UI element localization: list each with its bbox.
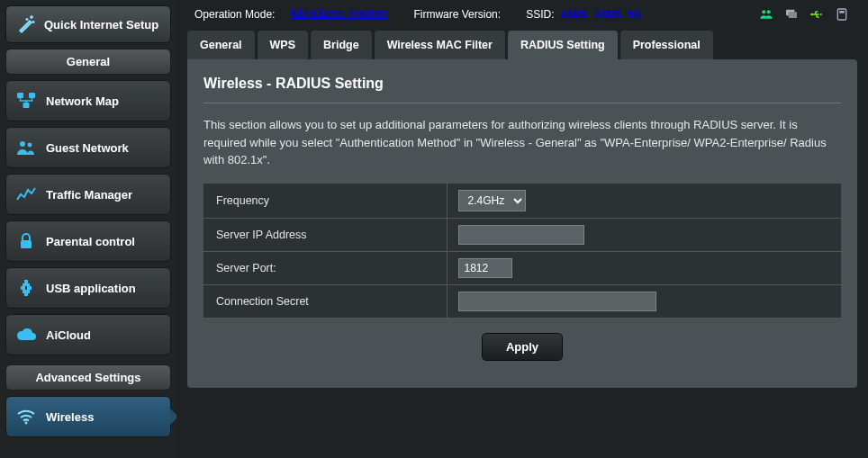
sidebar-item-label: Wireless [46, 410, 94, 424]
row-server-ip: Server IP Address [203, 218, 841, 251]
svg-rect-0 [17, 93, 23, 98]
tab-professional[interactable]: Professional [620, 31, 713, 59]
device-icon[interactable] [834, 7, 850, 22]
tab-wps[interactable]: WPS [258, 31, 308, 59]
server-ip-input[interactable] [458, 225, 584, 245]
aicloud-icon [15, 324, 37, 346]
qis-label: Quick Internet Setup [44, 18, 158, 31]
parental-control-icon [15, 230, 37, 252]
svg-rect-13 [839, 11, 844, 13]
tab-general[interactable]: General [187, 31, 255, 59]
tab-radius-setting[interactable]: RADIUS Setting [508, 31, 618, 59]
sidebar-item-network-map[interactable]: Network Map [5, 80, 171, 121]
traffic-manager-icon [15, 184, 37, 205]
radius-form-table: Frequency 2.4GHz Server IP Address Serve… [203, 184, 841, 319]
svg-rect-12 [837, 9, 845, 20]
apply-button[interactable]: Apply [482, 333, 563, 361]
connection-secret-input[interactable] [458, 292, 656, 311]
network-map-icon [15, 90, 37, 112]
svg-rect-1 [29, 93, 35, 98]
wireless-tabs: General WPS Bridge Wireless MAC Filter R… [187, 31, 857, 59]
svg-rect-5 [21, 240, 32, 248]
frequency-select[interactable]: 2.4GHz [458, 190, 526, 211]
tab-bridge[interactable]: Bridge [311, 31, 372, 59]
connection-secret-label: Connection Secret [203, 284, 447, 318]
op-mode-value[interactable]: Wireless router [291, 8, 388, 21]
usb-icon[interactable] [809, 7, 825, 22]
ssid-label: SSID: [526, 8, 554, 21]
server-port-input[interactable] [458, 258, 512, 278]
guest-network-icon [15, 137, 37, 158]
server-port-label: Server Port: [203, 251, 447, 284]
general-section-header: General [5, 49, 171, 75]
quick-internet-setup-button[interactable]: Quick Internet Setup [5, 5, 171, 43]
fw-label: Firmware Version: [413, 8, 501, 21]
main-content: Operation Mode: Wireless router Firmware… [176, 0, 868, 458]
svg-point-8 [767, 10, 771, 13]
usb-application-icon [15, 277, 37, 299]
svg-rect-10 [789, 12, 797, 18]
ssid-1[interactable]: ASUS [561, 9, 587, 22]
row-server-port: Server Port: [203, 251, 841, 284]
panel-description: This section allows you to set up additi… [203, 116, 841, 169]
sidebar-item-label: AiCloud [46, 328, 91, 342]
svg-point-3 [20, 141, 25, 147]
header-bar: Operation Mode: Wireless router Firmware… [187, 0, 857, 27]
sidebar-item-label: Guest Network [46, 141, 129, 155]
sidebar-item-aicloud[interactable]: AiCloud [5, 314, 171, 355]
svg-point-7 [762, 10, 765, 13]
svg-point-4 [28, 143, 32, 148]
sidebar-item-wireless[interactable]: Wireless [5, 396, 171, 437]
op-mode-label: Operation Mode: [194, 8, 275, 21]
sidebar-item-traffic-manager[interactable]: Traffic Manager [5, 174, 171, 215]
sidebar-item-label: Parental control [46, 235, 135, 248]
row-connection-secret: Connection Secret [203, 284, 841, 318]
wand-icon [15, 13, 37, 35]
sidebar-item-label: USB application [46, 282, 136, 295]
ssid-2[interactable]: ASUS_5G [595, 9, 640, 22]
network-stack-icon[interactable] [783, 7, 800, 22]
svg-point-6 [25, 422, 28, 425]
sidebar-item-label: Network Map [46, 94, 119, 108]
server-ip-label: Server IP Address [203, 218, 447, 251]
tab-mac-filter[interactable]: Wireless MAC Filter [375, 31, 505, 59]
row-frequency: Frequency 2.4GHz [203, 184, 841, 219]
radius-panel: Wireless - RADIUS Setting This section a… [187, 59, 857, 388]
sidebar-item-parental-control[interactable]: Parental control [5, 220, 171, 262]
sidebar-item-label: Traffic Manager [46, 188, 132, 202]
svg-rect-2 [23, 103, 30, 108]
wireless-icon [15, 406, 37, 427]
advanced-section-header: Advanced Settings [5, 364, 171, 391]
status-icons [758, 7, 850, 22]
sidebar: Quick Internet Setup General Network Map… [0, 0, 176, 458]
sidebar-item-usb-application[interactable]: USB application [5, 267, 171, 309]
frequency-label: Frequency [203, 184, 447, 219]
clients-icon[interactable] [758, 7, 774, 22]
panel-title: Wireless - RADIUS Setting [203, 76, 841, 92]
sidebar-item-guest-network[interactable]: Guest Network [5, 127, 171, 168]
